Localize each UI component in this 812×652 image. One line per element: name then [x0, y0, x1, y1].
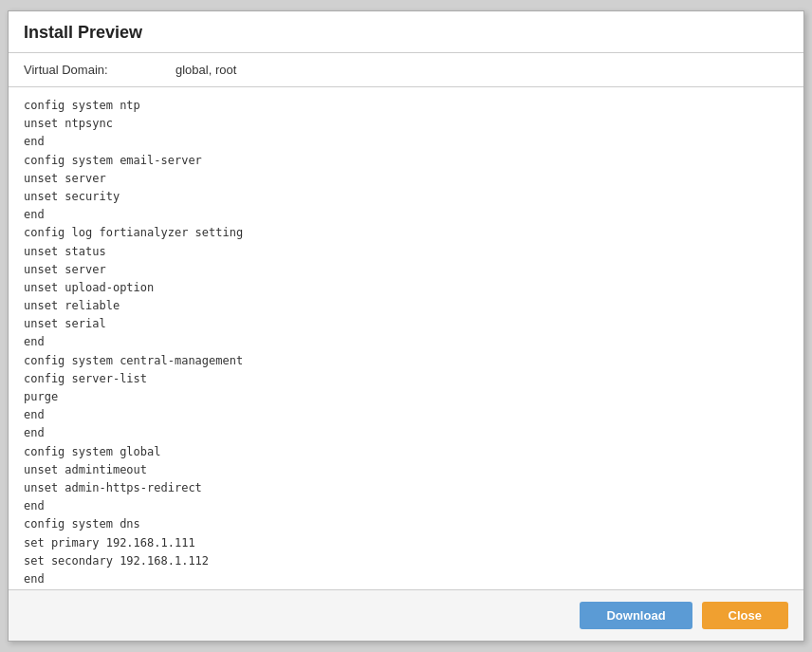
virtual-domain-value: global, root: [175, 63, 236, 77]
dialog-footer: Download Close: [9, 590, 803, 641]
config-line: end: [24, 406, 788, 424]
config-line: set secondary 192.168.1.112: [24, 552, 788, 570]
config-line: config system central-management: [24, 352, 788, 370]
config-line: end: [24, 570, 788, 588]
config-line: unset server: [24, 261, 788, 279]
config-line: config system email-server: [24, 152, 788, 170]
content-scroll[interactable]: config system ntpunset ntpsyncendconfig …: [9, 87, 803, 589]
install-preview-dialog: Install Preview Virtual Domain: global, …: [8, 10, 804, 642]
config-line: unset ntpsync: [24, 115, 788, 133]
config-lines: config system ntpunset ntpsyncendconfig …: [24, 97, 788, 589]
content-area: config system ntpunset ntpsyncendconfig …: [9, 87, 803, 590]
config-line: unset upload-option: [24, 279, 788, 297]
config-line: config server-list: [24, 370, 788, 388]
config-line: unset admintimeout: [24, 461, 788, 479]
close-button[interactable]: Close: [702, 602, 788, 629]
virtual-domain-label: Virtual Domain:: [24, 63, 175, 77]
config-line: end: [24, 206, 788, 224]
dialog-title: Install Preview: [9, 11, 803, 53]
config-line: set primary 192.168.1.111: [24, 534, 788, 552]
virtual-domain-row: Virtual Domain: global, root: [9, 53, 803, 87]
config-line: config system global: [24, 443, 788, 461]
config-line: unset serial: [24, 315, 788, 333]
download-button[interactable]: Download: [580, 602, 692, 629]
config-line: config log fortianalyzer setting: [24, 224, 788, 242]
config-line: unset security: [24, 188, 788, 206]
config-line: unset server: [24, 170, 788, 188]
config-line: end: [24, 424, 788, 442]
config-line: end: [24, 333, 788, 351]
config-line: unset admin-https-redirect: [24, 479, 788, 497]
config-line: config system ntp: [24, 97, 788, 115]
config-line: end: [24, 133, 788, 151]
config-line: config system snmp sysinfo: [24, 588, 788, 589]
config-line: end: [24, 497, 788, 515]
config-line: unset status: [24, 243, 788, 261]
config-line: config system dns: [24, 515, 788, 533]
config-line: purge: [24, 388, 788, 406]
config-line: unset reliable: [24, 297, 788, 315]
